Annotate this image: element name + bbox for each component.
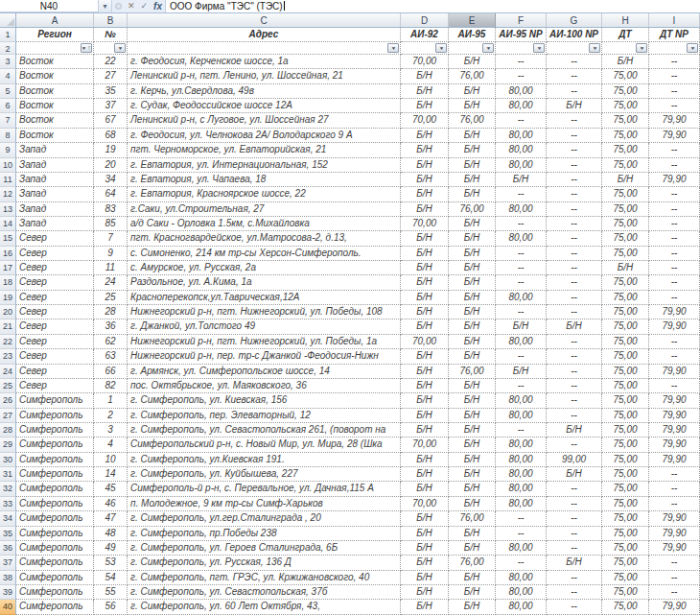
cell-C36[interactable]: г. Симферополь, ул. Героев Сталинграда, … <box>128 541 401 556</box>
cell-A40[interactable]: Симферополь <box>16 600 94 614</box>
cell-A35[interactable]: Симферополь <box>16 527 94 541</box>
cell-D28[interactable]: Б/Н <box>401 423 449 438</box>
cell-B3[interactable]: 22 <box>94 55 128 69</box>
filter-dropdown-B[interactable]: ▼ <box>114 43 126 53</box>
cell-A38[interactable]: Симферополь <box>16 571 94 585</box>
cell-G16[interactable]: -- <box>547 247 602 261</box>
cell-A16[interactable]: Север <box>16 247 94 261</box>
cell-C12[interactable]: г. Евпатория, Красноярское шоссе, 22 <box>128 187 401 201</box>
cell-H27[interactable]: 75,00 <box>602 409 649 423</box>
cell-A27[interactable]: Симферополь <box>16 409 94 423</box>
cell-I38[interactable]: -- <box>649 571 700 585</box>
cell-G6[interactable]: Б/Н <box>547 99 602 113</box>
cell-F39[interactable]: 80,00 <box>496 585 547 600</box>
cell-D11[interactable]: Б/Н <box>401 173 449 187</box>
cell-I20[interactable]: 79,90 <box>649 305 700 319</box>
filter-dropdown-G[interactable]: ▼ <box>589 43 600 53</box>
cell-D13[interactable]: Б/Н <box>401 202 449 217</box>
row-header-33[interactable]: 33 <box>0 497 16 511</box>
cell-C40[interactable]: г. Симферополь, ул. 60 Лет Октября, 43, <box>128 600 401 614</box>
cell-E11[interactable]: Б/Н <box>449 173 496 187</box>
row-header-31[interactable]: 31 <box>0 467 16 482</box>
cell-A24[interactable]: Север <box>16 365 94 379</box>
cell-C39[interactable]: г. Симферополь, ул. Севастопольская, 37б <box>128 585 401 600</box>
cell-H23[interactable]: 75,00 <box>602 349 649 364</box>
row-header-39[interactable]: 39 <box>0 585 16 600</box>
cell-A5[interactable]: Восток <box>16 84 94 99</box>
cell-H13[interactable]: 75,00 <box>602 202 649 217</box>
cell-C3[interactable]: г. Феодосия, Керченское шоссе, 1а <box>128 55 401 69</box>
cell-A21[interactable]: Север <box>16 319 94 334</box>
filter-dropdown-I[interactable]: ▼ <box>687 43 698 53</box>
cell-B5[interactable]: 35 <box>94 84 128 99</box>
cell-C25[interactable]: пос. Октябрьское, ул. Маяковского, 36 <box>128 379 401 393</box>
cell-I33[interactable]: -- <box>649 497 700 511</box>
cancel-icon[interactable]: ✕ <box>128 0 135 12</box>
cell-E40[interactable]: Б/Н <box>449 600 496 614</box>
cell-F40[interactable]: 80,00 <box>496 600 547 614</box>
cell-D8[interactable]: Б/Н <box>401 129 449 143</box>
cell-E25[interactable]: Б/Н <box>449 379 496 393</box>
cell-G10[interactable]: -- <box>547 158 602 173</box>
cell-A4[interactable]: Восток <box>16 69 94 83</box>
cell-C19[interactable]: Красноперекопск,ул.Таврическая,12А <box>128 291 401 305</box>
cell-C5[interactable]: г. Керчь, ул.Свердлова, 49в <box>128 84 401 99</box>
cell-D31[interactable]: Б/Н <box>401 467 449 482</box>
cell-I15[interactable]: -- <box>649 231 700 246</box>
cell-A18[interactable]: Север <box>16 275 94 290</box>
cell-C33[interactable]: п. Молодежное, 9 км тр-сы Симф-Харьков <box>128 497 401 511</box>
insert-function-icon[interactable]: fx <box>153 1 162 12</box>
cell-D10[interactable]: Б/Н <box>401 158 449 173</box>
cell-E4[interactable]: 76,00 <box>449 69 496 83</box>
cell-B17[interactable]: 11 <box>94 261 128 275</box>
cell-F22[interactable]: 80,00 <box>496 335 547 349</box>
cell-A11[interactable]: Запад <box>16 173 94 187</box>
cell-I11[interactable]: 79,90 <box>649 173 700 187</box>
cell-F32[interactable]: 80,00 <box>496 482 547 496</box>
cell-F20[interactable]: -- <box>496 305 547 319</box>
cell-D12[interactable]: Б/Н <box>401 187 449 201</box>
cell-D17[interactable]: Б/Н <box>401 261 449 275</box>
cell-H7[interactable]: 75,00 <box>602 113 649 128</box>
cell-G23[interactable]: -- <box>547 349 602 364</box>
cell-H38[interactable]: 75,00 <box>602 571 649 585</box>
cell-E30[interactable]: Б/Н <box>449 453 496 467</box>
cell-E22[interactable]: Б/Н <box>449 335 496 349</box>
cell-B23[interactable]: 63 <box>94 349 128 364</box>
cell-G33[interactable]: -- <box>547 497 602 511</box>
header-cell-B[interactable]: № <box>94 28 128 42</box>
cell-F3[interactable]: -- <box>496 55 547 69</box>
row-header-26[interactable]: 26 <box>0 393 16 408</box>
cell-H21[interactable]: 75,00 <box>602 319 649 334</box>
cell-H31[interactable]: 75,00 <box>602 467 649 482</box>
row-header-6[interactable]: 6 <box>0 99 16 113</box>
cell-B28[interactable]: 3 <box>94 423 128 438</box>
filter-dropdown-D[interactable]: ▼ <box>435 43 447 53</box>
column-header-I[interactable]: I <box>649 13 700 28</box>
cell-E38[interactable]: Б/Н <box>449 571 496 585</box>
row-header-25[interactable]: 25 <box>0 379 16 393</box>
row-header-12[interactable]: 12 <box>0 187 16 201</box>
cell-C10[interactable]: г. Евпатория, ул. Интернациональная, 152 <box>128 158 401 173</box>
cell-B35[interactable]: 48 <box>94 527 128 541</box>
cell-E21[interactable]: Б/Н <box>449 319 496 334</box>
cell-H26[interactable]: 75,00 <box>602 393 649 408</box>
row-header-32[interactable]: 32 <box>0 482 16 496</box>
cell-B16[interactable]: 9 <box>94 247 128 261</box>
cell-C18[interactable]: Раздольное, ул. А.Кима, 1а <box>128 275 401 290</box>
cell-I29[interactable]: 79,90 <box>649 438 700 452</box>
cell-I18[interactable]: -- <box>649 275 700 290</box>
cell-E13[interactable]: 76,00 <box>449 202 496 217</box>
cell-D34[interactable]: Б/Н <box>401 511 449 526</box>
cell-E37[interactable]: 76,00 <box>449 556 496 570</box>
cell-F35[interactable]: -- <box>496 527 547 541</box>
cell-G18[interactable]: -- <box>547 275 602 290</box>
row-header-19[interactable]: 19 <box>0 291 16 305</box>
cell-I32[interactable]: -- <box>649 482 700 496</box>
cell-F5[interactable]: 80,00 <box>496 84 547 99</box>
cell-C35[interactable]: г. Симферополь, пр.Победы 238 <box>128 527 401 541</box>
cell-E34[interactable]: 76,00 <box>449 511 496 526</box>
row-header-16[interactable]: 16 <box>0 247 16 261</box>
cell-E6[interactable]: Б/Н <box>449 99 496 113</box>
cell-B10[interactable]: 20 <box>94 158 128 173</box>
